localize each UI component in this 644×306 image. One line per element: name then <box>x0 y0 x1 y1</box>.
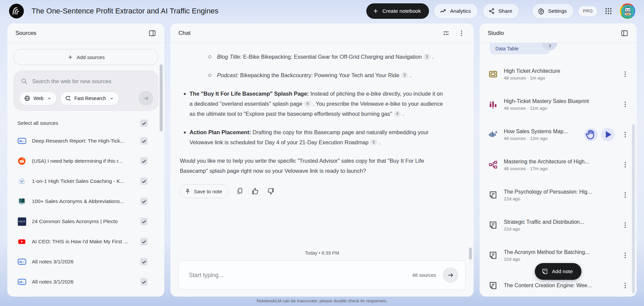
analytics-button[interactable]: Analytics <box>434 3 478 19</box>
submit-search-button[interactable] <box>139 91 153 106</box>
item-more-menu-icon[interactable] <box>621 100 629 108</box>
mindmap-icon <box>488 160 498 169</box>
source-row[interactable]: AI CEO: THIS is How I'd Make My First ..… <box>7 232 164 252</box>
add-note-button[interactable]: Add note <box>535 263 581 280</box>
google-apps-icon[interactable] <box>604 6 613 16</box>
source-title: Deep Research Report: The High-Tick... <box>32 138 135 144</box>
sources-scrollbar[interactable] <box>160 64 163 132</box>
citation-chip[interactable]: 4 <box>304 101 311 107</box>
studio-item-text: High-Ticket Mastery Sales Blueprint48 so… <box>504 98 615 111</box>
source-row[interactable]: (USA) I need help determining if this r.… <box>7 151 164 171</box>
sources-panel: Sources Add sources Search the web for n… <box>7 23 164 297</box>
source-checkbox[interactable] <box>140 238 148 245</box>
interactive-mode-button[interactable] <box>584 128 598 141</box>
user-avatar[interactable] <box>620 3 635 19</box>
chat-message-actions: Save to note <box>180 184 447 198</box>
settings-button[interactable]: Settings <box>532 3 574 19</box>
source-row[interactable]: 1-on-1 High Ticket Sales Coaching - K... <box>7 171 164 191</box>
create-notebook-button[interactable]: Create notebook <box>366 3 429 19</box>
studio-item-text: Strategic Traffic and Distribution...22d… <box>504 219 615 232</box>
source-checkbox[interactable] <box>140 157 148 165</box>
audio-icon <box>488 130 498 139</box>
chat-input[interactable]: Start typing... <box>189 272 406 279</box>
citation-chip[interactable]: 5 <box>370 139 377 146</box>
item-more-menu-icon[interactable] <box>621 131 629 139</box>
studio-item-actions <box>584 128 614 141</box>
save-to-note-button[interactable]: Save to note <box>180 184 228 198</box>
studio-item[interactable]: Strategic Traffic and Distribution...22d… <box>480 210 637 240</box>
chevron-down-icon <box>109 96 114 101</box>
add-sources-button[interactable]: Add sources <box>13 49 158 65</box>
data-table-chip[interactable]: Data Table <box>490 43 549 54</box>
citation-chip[interactable]: 3 <box>423 54 431 60</box>
settings-label: Settings <box>548 8 567 14</box>
studio-item[interactable]: The Psychology of Persuasion: Hig...22d … <box>480 180 637 210</box>
source-checkbox[interactable] <box>140 258 148 265</box>
spark-search-icon <box>65 95 71 102</box>
item-more-menu-icon[interactable] <box>621 191 629 199</box>
chat-paragraph: The "Buy It For Life Basecamp" Splash Pa… <box>190 89 447 119</box>
collapse-sources-panel-icon[interactable] <box>148 29 156 37</box>
citation-chip[interactable]: 3 <box>401 72 408 79</box>
collapse-studio-panel-icon[interactable] <box>621 29 629 37</box>
chat-text-segment: Blog Title: <box>217 54 241 60</box>
source-row[interactable]: m↓Deep Research Report: The High-Tick... <box>7 131 164 151</box>
studio-scrollbar[interactable] <box>632 124 635 294</box>
studio-panel-title: Studio <box>488 30 504 37</box>
studio-item-title: Strategic Traffic and Distribution... <box>504 219 615 225</box>
chat-paragraph: Action Plan Placement: Drafting the copy… <box>190 127 447 147</box>
studio-item-title: The Psychology of Persuasion: Hig... <box>504 189 615 195</box>
source-row[interactable]: m↓All notes 3/1/2026 <box>7 252 164 272</box>
thumbs-up-icon[interactable] <box>251 187 259 195</box>
source-checkbox[interactable] <box>140 218 148 225</box>
chat-paragraph: Would you like me to help you write the … <box>180 156 447 176</box>
share-button[interactable]: Share <box>483 3 519 19</box>
studio-item[interactable]: High Ticket Architecture48 sources · 1m … <box>480 59 637 89</box>
select-all-row: Select all sources <box>7 117 164 129</box>
chat-settings-icon[interactable] <box>442 29 450 37</box>
item-more-menu-icon[interactable] <box>621 282 629 290</box>
note-source-icon: m↓ <box>17 277 26 286</box>
source-row[interactable]: PLECTO24 Common Sales Acronyms | Plecto <box>7 211 164 232</box>
thumbs-down-icon[interactable] <box>267 187 275 195</box>
notebooklm-logo-icon[interactable] <box>9 3 24 19</box>
source-checkbox[interactable] <box>140 177 148 185</box>
chat-paragraph: Podcast: Bikepacking the Backcountry: Po… <box>217 70 447 80</box>
studio-panel-header: Studio <box>480 23 637 43</box>
source-checkbox[interactable] <box>140 137 148 145</box>
search-icon <box>20 78 28 85</box>
research-mode-dropdown[interactable]: Fast Research <box>60 92 119 105</box>
item-more-menu-icon[interactable] <box>621 221 629 229</box>
source-title: All notes 3/1/2026 <box>32 279 135 285</box>
chat-more-menu-icon[interactable] <box>458 29 466 37</box>
source-title: All notes 3/1/2026 <box>32 259 135 265</box>
citation-chip[interactable]: 4 <box>394 111 401 117</box>
note-source-icon: m↓ <box>17 137 26 145</box>
add-note-label: Add note <box>552 268 573 274</box>
search-input[interactable]: Search the web for new sources <box>32 78 111 85</box>
studio-item[interactable]: Mastering the Architecture of High...48 … <box>480 150 637 180</box>
web-source-icon <box>17 177 26 186</box>
chat-scrollbar[interactable] <box>469 248 472 260</box>
copy-icon[interactable] <box>236 187 244 195</box>
item-more-menu-icon[interactable] <box>621 161 629 169</box>
sources-panel-header: Sources <box>7 23 164 43</box>
source-row[interactable]: m↓All notes 3/1/2026 <box>7 272 164 292</box>
search-options-row: Web Fast Research <box>19 91 153 106</box>
item-more-menu-icon[interactable] <box>621 70 629 78</box>
source-checkbox[interactable] <box>140 198 148 205</box>
search-row[interactable]: Search the web for new sources <box>19 77 153 91</box>
notebook-title[interactable]: The One-Sentence Profit Extractor and AI… <box>32 7 218 15</box>
studio-item[interactable]: High-Ticket Mastery Sales Blueprint48 so… <box>480 89 637 119</box>
studio-item-title: How Sales Systems Map... <box>504 129 578 135</box>
source-checkbox[interactable] <box>140 278 148 286</box>
play-audio-button[interactable] <box>601 128 614 141</box>
select-all-checkbox[interactable] <box>140 119 148 127</box>
studio-item[interactable]: How Sales Systems Map...48 sources · 12m… <box>480 119 637 150</box>
plus-icon <box>372 8 379 14</box>
report-icon <box>488 251 498 260</box>
send-message-button[interactable] <box>443 267 458 283</box>
source-row[interactable]: 100+ Sales Acronyms & Abbreviations... <box>7 191 164 211</box>
web-source-dropdown[interactable]: Web <box>19 92 57 105</box>
item-more-menu-icon[interactable] <box>621 251 629 259</box>
